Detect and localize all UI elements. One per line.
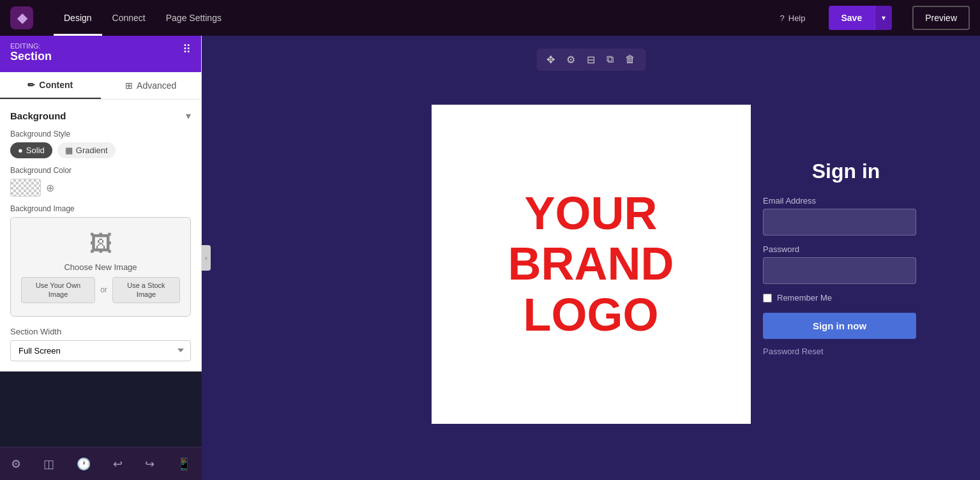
editing-label: EDITING:: [10, 42, 52, 50]
sidebar-wrapper: EDITING: Section ⠿ ✏ Content ⊞ Advanced: [0, 36, 202, 480]
nav-tab-connect[interactable]: Connect: [102, 0, 156, 36]
bg-color-label: Background Color: [10, 166, 191, 175]
tab-advanced[interactable]: ⊞ Advanced: [101, 72, 202, 99]
password-field-group: Password: [763, 244, 916, 284]
history-icon[interactable]: 🕐: [72, 452, 96, 476]
top-nav: ◆ Design Connect Page Settings ? Help Sa…: [0, 0, 980, 36]
use-own-image-button[interactable]: Use Your Own Image: [21, 277, 95, 303]
brand-card: YOUR BRAND LOGO: [432, 105, 751, 424]
mobile-icon[interactable]: 📱: [172, 452, 196, 476]
duplicate-toolbar-icon[interactable]: ⧉: [601, 51, 619, 68]
section-title: Section: [10, 50, 52, 67]
brand-logo-text: YOUR BRAND LOGO: [508, 188, 674, 340]
email-field-group: Email Address: [763, 196, 916, 236]
or-label: or: [100, 285, 107, 294]
background-section-row: Background ▾: [10, 110, 191, 122]
advanced-tab-icon: ⊞: [125, 80, 133, 91]
password-input[interactable]: [763, 257, 916, 284]
color-picker-icon[interactable]: ⊕: [46, 182, 54, 194]
remember-checkbox[interactable]: [763, 294, 772, 303]
bg-image-label: Background Image: [10, 204, 191, 213]
sidebar-collapse-handle[interactable]: ‹: [202, 245, 211, 271]
delete-toolbar-icon[interactable]: 🗑: [620, 51, 640, 68]
preview-button[interactable]: Preview: [912, 6, 970, 30]
save-toolbar-icon[interactable]: ⊟: [582, 51, 600, 68]
grid-icon[interactable]: ⠿: [183, 42, 191, 56]
redo-icon[interactable]: ↪: [140, 452, 160, 476]
image-btn-row: Use Your Own Image or Use a Stock Image: [21, 277, 180, 303]
password-reset-link[interactable]: Password Reset: [763, 347, 824, 356]
remember-row: Remember Me: [763, 293, 832, 303]
layers-icon[interactable]: ◫: [38, 452, 59, 476]
canvas-area[interactable]: ✥ ⚙ ⊟ ⧉ 🗑 YOUR BRAND LOGO Sign in Email …: [202, 36, 980, 480]
move-toolbar-icon[interactable]: ✥: [541, 51, 560, 68]
gradient-style-button[interactable]: ▦ Gradient: [57, 142, 116, 158]
nav-tabs: Design Connect Page Settings: [54, 0, 232, 36]
background-chevron-icon[interactable]: ▾: [186, 110, 191, 122]
choose-image-label: Choose New Image: [64, 262, 137, 272]
signin-panel: Sign in Email Address Password Remember …: [763, 160, 929, 356]
save-button[interactable]: Save: [829, 6, 875, 30]
sidebar-tabs: ✏ Content ⊞ Advanced: [0, 72, 201, 100]
nav-tab-page-settings[interactable]: Page Settings: [156, 0, 232, 36]
settings-bottom-icon[interactable]: ⚙: [6, 452, 26, 476]
sidebar-body: Background ▾ Background Style ● Solid ▦ …: [0, 100, 201, 371]
undo-icon[interactable]: ↩: [108, 452, 128, 476]
section-width-label: Section Width: [10, 327, 191, 336]
sidebar: EDITING: Section ⠿ ✏ Content ⊞ Advanced: [0, 36, 202, 371]
bottom-toolbar: ⚙ ◫ 🕐 ↩ ↪ 📱: [0, 447, 202, 480]
image-placeholder-icon: 🖼: [89, 230, 112, 257]
email-label: Email Address: [763, 196, 916, 206]
password-label: Password: [763, 244, 916, 254]
content-tab-icon: ✏: [27, 80, 35, 90]
color-row: ⊕: [10, 179, 191, 197]
nav-tab-design[interactable]: Design: [54, 0, 102, 36]
signin-button[interactable]: Sign in now: [763, 313, 916, 339]
help-button[interactable]: ? Help: [780, 13, 806, 23]
solid-icon: ●: [18, 146, 23, 155]
solid-style-button[interactable]: ● Solid: [10, 142, 52, 158]
use-stock-image-button[interactable]: Use a Stock Image: [112, 277, 180, 303]
color-swatch[interactable]: [10, 179, 41, 197]
save-group: Save ▾: [829, 6, 893, 30]
gradient-icon: ▦: [65, 146, 73, 155]
app-logo[interactable]: ◆: [10, 6, 33, 29]
bg-style-label: Background Style: [10, 130, 191, 139]
element-toolbar: ✥ ⚙ ⊟ ⧉ 🗑: [536, 49, 645, 71]
background-image-box: 🖼 Choose New Image Use Your Own Image or…: [10, 217, 191, 317]
background-label: Background: [10, 110, 66, 121]
settings-toolbar-icon[interactable]: ⚙: [561, 51, 580, 68]
signin-title: Sign in: [763, 160, 929, 183]
editing-section-info: EDITING: Section: [10, 42, 52, 67]
tab-content[interactable]: ✏ Content: [0, 72, 101, 99]
style-buttons: ● Solid ▦ Gradient: [10, 142, 191, 158]
section-width-select[interactable]: Full Screen Fixed Custom: [10, 340, 191, 361]
remember-label: Remember Me: [777, 293, 832, 303]
main-layout: EDITING: Section ⠿ ✏ Content ⊞ Advanced: [0, 36, 980, 480]
save-dropdown-button[interactable]: ▾: [875, 6, 892, 30]
sidebar-header: EDITING: Section ⠿: [0, 36, 201, 72]
email-input[interactable]: [763, 209, 916, 236]
